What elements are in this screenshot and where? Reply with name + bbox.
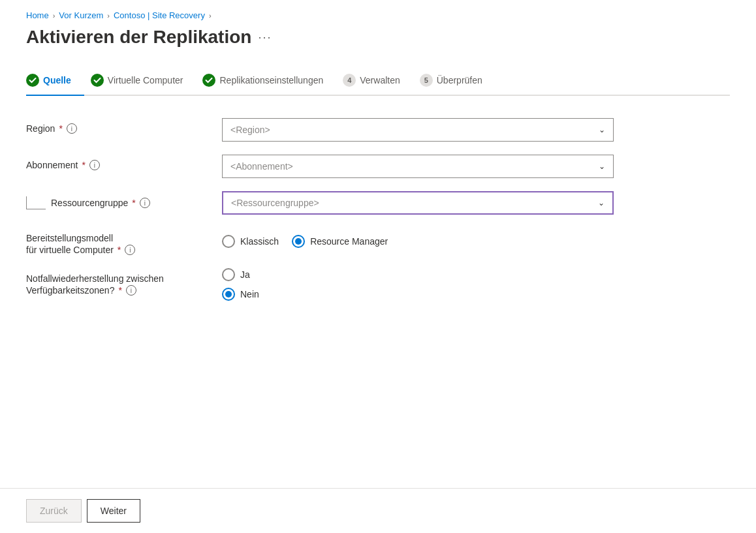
ressourcengruppe-label: Ressourcengruppe * i xyxy=(51,198,234,208)
deployment-label-line1: Bereitstellungsmodell xyxy=(26,233,113,243)
step-label-verwalten: Verwalten xyxy=(360,75,400,85)
availability-row: Notfallwiederherstellung zwischen Verfüg… xyxy=(26,268,614,301)
deployment-label-line2: für virtuelle Computer * i xyxy=(26,245,135,255)
region-required: * xyxy=(59,123,62,134)
deployment-radio-resource-manager[interactable] xyxy=(292,235,305,248)
availability-label-line2: Verfügbarkeitszonen? * i xyxy=(26,285,136,296)
step-label-virtuelle: Virtuelle Computer xyxy=(108,75,183,85)
step-label-quelle: Quelle xyxy=(43,75,71,85)
wizard-step-replikation[interactable]: Replikationseinstellungen xyxy=(202,67,336,95)
availability-info-icon[interactable]: i xyxy=(126,285,136,296)
ressourcengruppe-indent: Ressourcengruppe * i xyxy=(26,191,209,209)
step-icon-virtuelle xyxy=(91,74,104,87)
deployment-radio-klassisch[interactable] xyxy=(222,235,235,248)
next-button[interactable]: Weiter xyxy=(87,499,140,523)
breadcrumb: Home › Vor Kurzem › Contoso | Site Recov… xyxy=(26,10,730,20)
deployment-label-resource-manager: Resource Manager xyxy=(310,236,388,247)
availability-label-ja: Ja xyxy=(240,269,250,280)
breadcrumb-home[interactable]: Home xyxy=(26,10,49,20)
ressourcengruppe-label-text: Ressourcengruppe xyxy=(51,198,128,208)
availability-radio-group: Ja Nein xyxy=(222,268,614,301)
region-info-icon[interactable]: i xyxy=(67,123,77,134)
availability-label-nein: Nein xyxy=(240,289,259,299)
wizard-step-virtuelle[interactable]: Virtuelle Computer xyxy=(91,67,197,95)
region-row: Region * i <Region> ⌄ xyxy=(26,118,614,142)
deployment-row: Bereitstellungsmodell für virtuelle Comp… xyxy=(26,228,614,255)
form-section: Region * i <Region> ⌄ Abonnement * i <Ab… xyxy=(26,112,614,307)
abonnement-info-icon[interactable]: i xyxy=(89,160,100,170)
region-label-text: Region xyxy=(26,123,55,134)
ressourcengruppe-required: * xyxy=(132,198,135,208)
abonnement-placeholder: <Abonnement> xyxy=(230,161,293,172)
region-label: Region * i xyxy=(26,118,209,134)
availability-control: Ja Nein xyxy=(222,268,614,301)
availability-radio-ja[interactable] xyxy=(222,268,235,281)
availability-required: * xyxy=(118,285,121,296)
abonnement-control: <Abonnement> ⌄ xyxy=(222,155,614,178)
region-placeholder: <Region> xyxy=(230,125,270,135)
abonnement-required: * xyxy=(82,160,85,170)
abonnement-row: Abonnement * i <Abonnement> ⌄ xyxy=(26,155,614,178)
availability-option-nein[interactable]: Nein xyxy=(222,288,614,301)
availability-option-ja[interactable]: Ja xyxy=(222,268,614,281)
wizard-step-quelle[interactable]: Quelle xyxy=(26,67,84,95)
deployment-info-icon[interactable]: i xyxy=(125,245,135,255)
abonnement-dropdown[interactable]: <Abonnement> ⌄ xyxy=(222,155,614,178)
step-label-uberpruefen: Überprüfen xyxy=(437,75,482,85)
back-button[interactable]: Zurück xyxy=(26,499,82,523)
availability-label-text2: Verfügbarkeitszonen? xyxy=(26,285,114,296)
page-options-button[interactable]: ··· xyxy=(258,31,272,44)
indent-line xyxy=(26,196,46,209)
deployment-option-klassisch[interactable]: Klassisch xyxy=(222,235,279,248)
breadcrumb-contoso[interactable]: Contoso | Site Recovery xyxy=(114,10,205,20)
deployment-label-klassisch: Klassisch xyxy=(240,236,279,247)
page-title-area: Aktivieren der Replikation ··· xyxy=(26,27,730,48)
region-control: <Region> ⌄ xyxy=(222,118,614,142)
deployment-label-text2: für virtuelle Computer xyxy=(26,245,114,255)
deployment-option-resource-manager[interactable]: Resource Manager xyxy=(292,235,388,248)
abonnement-chevron-icon: ⌄ xyxy=(599,162,605,171)
availability-label-line1: Notfallwiederherstellung zwischen xyxy=(26,273,164,284)
step-icon-replikation xyxy=(202,74,215,87)
deployment-radio-group: Klassisch Resource Manager xyxy=(222,235,614,248)
step-icon-uberpruefen: 5 xyxy=(420,74,433,87)
breadcrumb-sep-3: › xyxy=(209,12,212,20)
deployment-label: Bereitstellungsmodell für virtuelle Comp… xyxy=(26,228,209,255)
wizard-steps: Quelle Virtuelle Computer Replikationsei… xyxy=(26,67,730,96)
step-icon-verwalten: 4 xyxy=(343,74,356,87)
page-title: Aktivieren der Replikation xyxy=(26,27,251,48)
wizard-step-verwalten[interactable]: 4 Verwalten xyxy=(343,67,413,95)
ressourcengruppe-row: Ressourcengruppe * i <Ressourcengruppe> … xyxy=(26,191,614,215)
breadcrumb-sep-1: › xyxy=(53,12,55,20)
step-icon-quelle xyxy=(26,74,39,87)
ressourcengruppe-info-icon[interactable]: i xyxy=(140,198,150,208)
region-dropdown[interactable]: <Region> ⌄ xyxy=(222,118,614,142)
deployment-label-text1: Bereitstellungsmodell xyxy=(26,233,113,243)
step-label-replikation: Replikationseinstellungen xyxy=(219,75,323,85)
ressourcengruppe-placeholder: <Ressourcengruppe> xyxy=(231,198,319,208)
ressourcengruppe-dropdown[interactable]: <Ressourcengruppe> ⌄ xyxy=(222,191,614,215)
ressourcengruppe-control: <Ressourcengruppe> ⌄ xyxy=(222,191,614,215)
deployment-control: Klassisch Resource Manager xyxy=(222,235,614,248)
breadcrumb-sep-2: › xyxy=(107,12,110,20)
deployment-required: * xyxy=(118,245,121,255)
region-chevron-icon: ⌄ xyxy=(599,125,605,134)
breadcrumb-recent[interactable]: Vor Kurzem xyxy=(59,10,103,20)
wizard-step-uberpruefen[interactable]: 5 Überprüfen xyxy=(420,67,496,95)
abonnement-label-text: Abonnement xyxy=(26,160,78,170)
availability-label-text1: Notfallwiederherstellung zwischen xyxy=(26,273,164,284)
ressourcengruppe-chevron-icon: ⌄ xyxy=(598,198,605,207)
abonnement-label: Abonnement * i xyxy=(26,155,209,170)
availability-radio-nein[interactable] xyxy=(222,288,235,301)
footer: Zurück Weiter xyxy=(0,488,756,533)
availability-label: Notfallwiederherstellung zwischen Verfüg… xyxy=(26,268,209,296)
